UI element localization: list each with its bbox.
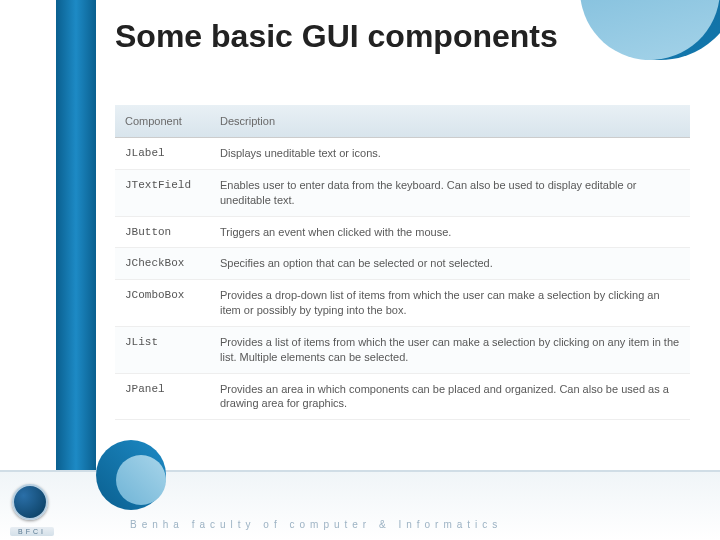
table-row: JTextField Enables user to enter data fr…	[115, 169, 690, 216]
page-title: Some basic GUI components	[115, 18, 690, 55]
component-description: Displays uneditable text or icons.	[210, 138, 690, 170]
footer-text: Benha faculty of computer & Informatics	[130, 519, 710, 530]
table-row: JCheckBox Specifies an option that can b…	[115, 248, 690, 280]
component-name: JLabel	[115, 138, 210, 170]
component-description: Triggers an event when clicked with the …	[210, 216, 690, 248]
component-description: Specifies an option that can be selected…	[210, 248, 690, 280]
table-header-row: Component Description	[115, 105, 690, 138]
component-description: Provides a list of items from which the …	[210, 326, 690, 373]
column-header-description: Description	[210, 105, 690, 138]
components-table: Component Description JLabel Displays un…	[115, 105, 690, 420]
footer-band: BFCI Benha faculty of computer & Informa…	[0, 470, 720, 540]
component-description: Enables user to enter data from the keyb…	[210, 169, 690, 216]
component-description: Provides a drop-down list of items from …	[210, 280, 690, 327]
slide-content: Some basic GUI components Component Desc…	[115, 18, 690, 420]
left-accent-bar	[56, 0, 96, 540]
bfci-logo-icon	[12, 484, 48, 520]
component-name: JList	[115, 326, 210, 373]
table-row: JList Provides a list of items from whic…	[115, 326, 690, 373]
table-row: JButton Triggers an event when clicked w…	[115, 216, 690, 248]
table-row: JLabel Displays uneditable text or icons…	[115, 138, 690, 170]
component-name: JTextField	[115, 169, 210, 216]
component-description: Provides an area in which components can…	[210, 373, 690, 420]
table-row: JPanel Provides an area in which compone…	[115, 373, 690, 420]
bfci-abbrev: BFCI	[10, 527, 54, 536]
component-name: JCheckBox	[115, 248, 210, 280]
component-name: JButton	[115, 216, 210, 248]
component-name: JComboBox	[115, 280, 210, 327]
decorative-swoosh-footer	[96, 470, 176, 510]
column-header-component: Component	[115, 105, 210, 138]
component-name: JPanel	[115, 373, 210, 420]
table-row: JComboBox Provides a drop-down list of i…	[115, 280, 690, 327]
